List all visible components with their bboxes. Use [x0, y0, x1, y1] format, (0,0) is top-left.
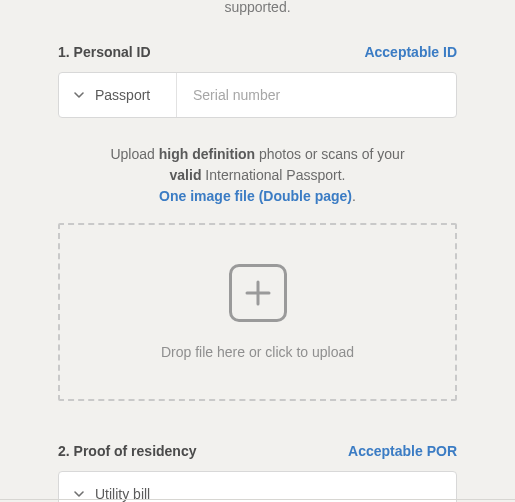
personal-id-input-row: Passport: [58, 72, 457, 118]
upload-dropzone[interactable]: Drop file here or click to upload: [58, 223, 457, 401]
section2-header: 2. Proof of residency Acceptable POR: [58, 443, 457, 459]
chevron-down-icon: [73, 89, 85, 101]
serial-number-input[interactable]: [177, 73, 456, 117]
doc-type-select[interactable]: Passport: [59, 73, 177, 117]
section1-header: 1. Personal ID Acceptable ID: [58, 44, 457, 60]
divider: [0, 499, 515, 500]
dropzone-text: Drop file here or click to upload: [161, 344, 354, 360]
por-type-select[interactable]: Utility bill: [59, 472, 456, 502]
doc-type-label: Passport: [95, 87, 150, 103]
section1-title: 1. Personal ID: [58, 44, 151, 60]
plus-icon: [229, 264, 287, 322]
clipped-text: supported.: [58, 0, 457, 14]
section2-title: 2. Proof of residency: [58, 443, 196, 459]
upload-instructions: Upload high definition photos or scans o…: [58, 144, 457, 207]
por-input-row: Utility bill: [58, 471, 457, 502]
acceptable-id-link[interactable]: Acceptable ID: [364, 44, 457, 60]
image-file-link[interactable]: One image file (Double page): [159, 188, 352, 204]
acceptable-por-link[interactable]: Acceptable POR: [348, 443, 457, 459]
